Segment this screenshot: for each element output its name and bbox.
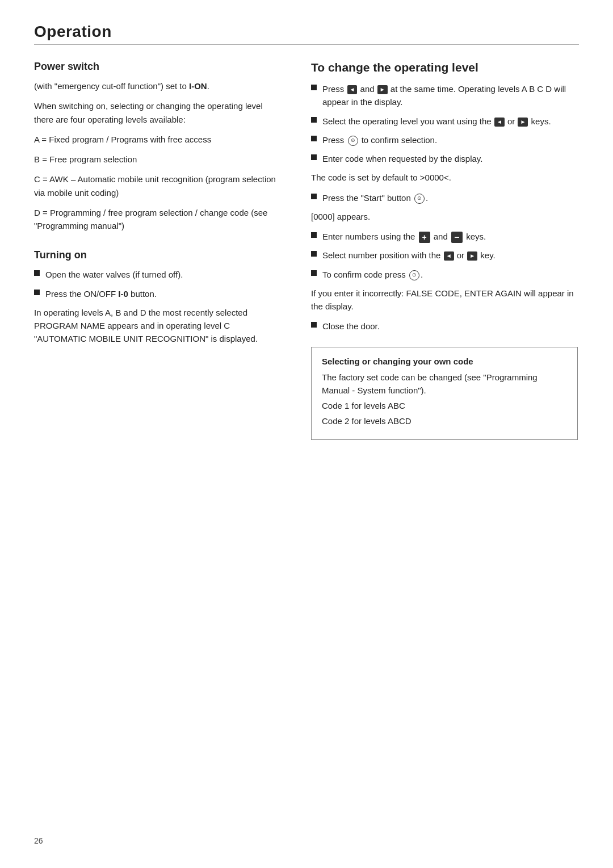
confirm-icon: ⊙: [348, 136, 358, 146]
change-level-heading: To change the operating level: [311, 61, 578, 74]
bullet2-text: Select the operating level you want usin…: [322, 115, 551, 128]
code-default-text: The code is set by default to >0000<.: [311, 171, 578, 184]
plus-icon: +: [419, 232, 430, 243]
bullet-icon: [311, 85, 317, 90]
close-door-text: Close the door.: [322, 320, 380, 333]
right-arrow-icon: ►: [467, 251, 477, 261]
title-divider: [34, 44, 579, 45]
info-box-para2: Code 1 for levels ABC: [322, 399, 567, 412]
bullet7-text: To confirm code press ⊙.: [322, 268, 423, 281]
minus-icon: –: [451, 232, 463, 243]
left-column: Power switch (with "emergency cut-off fu…: [34, 61, 284, 353]
power-switch-heading: Power switch: [34, 61, 284, 73]
list-item: Select the operating level you want usin…: [311, 115, 578, 128]
bullet-icon: [311, 117, 317, 123]
bullet1-text: Press ◄ and ► at the same time. Operatin…: [322, 82, 578, 109]
left-arrow-icon: ◄: [444, 251, 454, 261]
bullet-icon: [311, 154, 317, 160]
info-box: Selecting or changing your own code The …: [311, 347, 578, 440]
bullet5-text: Enter numbers using the + and – keys.: [322, 230, 486, 243]
bullet-icon: [311, 322, 317, 328]
bullet-icon: [311, 251, 317, 257]
para1-suffix: .: [207, 81, 209, 91]
info-box-para3: Code 2 for levels ABCD: [322, 414, 567, 427]
left-arrow-icon: ◄: [347, 85, 358, 94]
turning-on-bullet2: Press the ON/OFF I-0 button.: [45, 287, 157, 300]
i0-bold: I-0: [118, 289, 128, 299]
turning-on-section: Turning on Open the water valves (if tur…: [34, 249, 284, 345]
power-switch-section: Power switch (with "emergency cut-off fu…: [34, 61, 284, 232]
i-on-bold: I-ON: [189, 81, 207, 91]
list-item: Press ◄ and ► at the same time. Operatin…: [311, 82, 578, 109]
list-item: Press ⊙ to confirm selection.: [311, 133, 578, 146]
power-switch-para1: (with "emergency cut-off function") set …: [34, 79, 284, 93]
list-item: Press the "Start" button ⊙.: [311, 191, 578, 204]
turning-on-heading: Turning on: [34, 249, 284, 261]
list-item: Press the ON/OFF I-0 button.: [34, 287, 284, 300]
list-item: To confirm code press ⊙.: [311, 268, 578, 281]
enter-numbers-bullets: Enter numbers using the + and – keys. Se…: [311, 230, 578, 281]
start-bullet-text: Press the "Start" button ⊙.: [322, 191, 428, 204]
left-arrow-icon: ◄: [494, 118, 505, 127]
bullet-icon: [311, 136, 317, 141]
list-item: Close the door.: [311, 320, 578, 333]
bullet-icon: [34, 270, 40, 276]
start-bullet-list: Press the "Start" button ⊙.: [311, 191, 578, 204]
confirm-code-icon: ⊙: [409, 270, 419, 280]
change-level-bullets: Press ◄ and ► at the same time. Operatin…: [311, 82, 578, 165]
appears-text: [0000] appears.: [311, 210, 578, 223]
bullet6-text: Select number position with the ◄ or ► k…: [322, 249, 496, 262]
info-box-title: Selecting or changing your own code: [322, 357, 567, 366]
right-arrow-icon: ►: [518, 118, 528, 127]
page-number: 26: [34, 836, 43, 845]
turning-on-bullet1: Open the water valves (if turned off).: [45, 268, 183, 281]
turning-on-bullets: Open the water valves (if turned off). P…: [34, 268, 284, 300]
level-c: C = AWK – Automatic mobile unit recognit…: [34, 173, 284, 199]
para1-prefix: (with "emergency cut-off function") set …: [34, 81, 189, 91]
bullet-icon: [311, 194, 317, 199]
start-button-icon: ⊙: [414, 194, 425, 204]
list-item: Enter numbers using the + and – keys.: [311, 230, 578, 243]
bullet4-text: Enter code when requested by the display…: [322, 152, 482, 165]
right-arrow-icon: ►: [377, 85, 388, 94]
level-d: D = Programming / free program selection…: [34, 206, 284, 233]
bullet3-text: Press ⊙ to confirm selection.: [322, 133, 437, 146]
false-code-text: If you enter it incorrectly: FALSE CODE,…: [311, 287, 578, 313]
main-content: Power switch (with "emergency cut-off fu…: [34, 61, 579, 440]
bullet-icon: [311, 270, 317, 276]
turning-on-para: In operating levels A, B and D the most …: [34, 306, 284, 346]
close-door-bullet: Close the door.: [311, 320, 578, 333]
list-item: Open the water valves (if turned off).: [34, 268, 284, 281]
level-b: B = Free program selection: [34, 153, 284, 166]
level-a: A = Fixed program / Programs with free a…: [34, 133, 284, 146]
info-box-para1: The factory set code can be changed (see…: [322, 371, 567, 397]
list-item: Select number position with the ◄ or ► k…: [311, 249, 578, 262]
bullet-icon: [311, 232, 317, 238]
bullet-icon: [34, 290, 40, 295]
page-title: Operation: [34, 23, 579, 41]
power-switch-para2: When switching on, selecting or changing…: [34, 99, 284, 126]
list-item: Enter code when requested by the display…: [311, 152, 578, 165]
right-column: To change the operating level Press ◄ an…: [311, 61, 578, 440]
